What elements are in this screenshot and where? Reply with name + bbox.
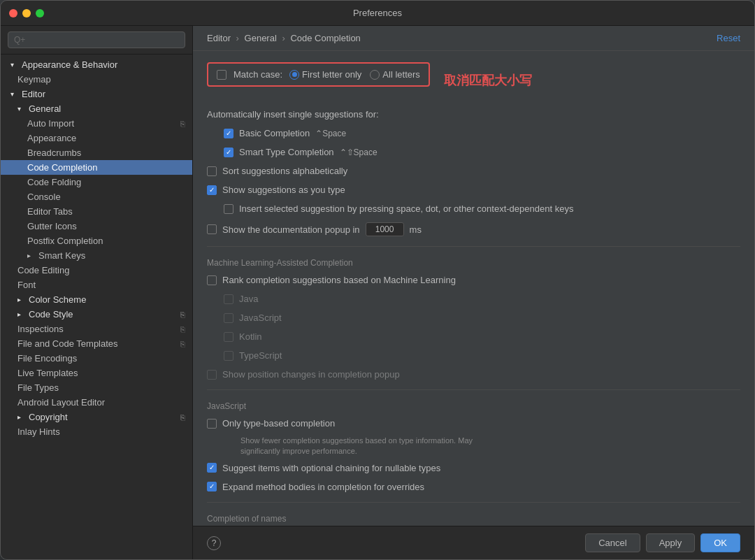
ml-rank-row: Rank completion suggestions based on Mac… (207, 273, 740, 287)
smart-completion-row: Smart Type Completion ⌃⇧Space (207, 145, 740, 159)
copy-icon: ⎘ (180, 413, 185, 422)
sidebar-item-file-encodings[interactable]: File Encodings (1, 351, 192, 366)
match-case-checkbox[interactable] (217, 70, 226, 80)
sidebar-item-android-layout-editor[interactable]: Android Layout Editor (1, 395, 192, 410)
sidebar-item-inlay-hints[interactable]: Inlay Hints (1, 424, 192, 439)
smart-completion-label: Smart Type Completion (239, 147, 334, 157)
sidebar-item-color-scheme[interactable]: ▸ Color Scheme (1, 292, 192, 307)
sidebar-item-console[interactable]: Console (1, 189, 192, 204)
search-box (1, 26, 192, 55)
sidebar-item-editor-tabs[interactable]: Editor Tabs (1, 204, 192, 219)
sidebar-item-appearance-behavior[interactable]: ▾ Appearance & Behavior (1, 57, 192, 72)
sidebar-item-appearance[interactable]: Appearance (1, 131, 192, 145)
js-suggest-chaining-label: Suggest items with optional chaining for… (222, 463, 440, 473)
show-suggestions-row: Show suggestions as you type (207, 183, 740, 196)
radio-all-label: All letters (382, 69, 419, 80)
reset-button[interactable]: Reset (717, 33, 740, 43)
insert-selected-checkbox[interactable] (224, 204, 233, 214)
js-expand-bodies-label: Expand method bodies in completion for o… (222, 482, 424, 492)
sidebar-item-code-style[interactable]: ▸ Code Style ⎘ (1, 307, 192, 322)
sidebar-item-auto-import[interactable]: Auto Import ⎘ (1, 116, 192, 131)
auto-insert-label-row: Automatically insert single suggestions … (207, 108, 740, 121)
traffic-lights (9, 9, 44, 17)
show-suggestions-checkbox[interactable] (207, 185, 217, 195)
sidebar-item-smart-keys[interactable]: ▸ Smart Keys (1, 248, 192, 263)
maximize-button[interactable] (36, 9, 44, 17)
ml-kotlin-checkbox[interactable] (224, 332, 233, 342)
js-type-based-checkbox[interactable] (207, 419, 217, 429)
show-doc-popup-checkbox[interactable] (207, 224, 217, 234)
radio-first-letter[interactable]: First letter only (289, 69, 361, 80)
sidebar-item-inspections[interactable]: Inspections ⎘ (1, 322, 192, 336)
ml-javascript-row: JavaScript (207, 311, 740, 324)
match-case-row: Match case: First letter only All letter… (207, 62, 430, 87)
insert-selected-label: Insert selected suggestion by pressing s… (239, 203, 573, 214)
chevron-right-icon: ▸ (17, 296, 26, 303)
sidebar-item-gutter-icons[interactable]: Gutter Icons (1, 219, 192, 234)
basic-completion-shortcut: ⌃Space (315, 129, 346, 138)
sidebar-item-live-templates[interactable]: Live Templates (1, 366, 192, 380)
basic-completion-checkbox[interactable] (224, 129, 233, 138)
ml-show-position-label: Show position changes in completion popu… (222, 369, 400, 380)
cancel-button[interactable]: Cancel (585, 533, 640, 552)
preferences-window: Preferences ▾ Appearance & Behavior Keym… (0, 0, 755, 560)
copy-icon: ⎘ (180, 325, 185, 333)
help-button[interactable]: ? (207, 536, 221, 550)
sidebar-item-file-code-templates[interactable]: File and Code Templates ⎘ (1, 336, 192, 351)
sidebar-item-keymap[interactable]: Keymap (1, 72, 192, 87)
radio-first-label: First letter only (302, 69, 361, 80)
ml-rank-checkbox[interactable] (207, 275, 217, 285)
chevron-down-icon: ▾ (10, 90, 19, 98)
js-suggest-chaining-row: Suggest items with optional chaining for… (207, 461, 740, 475)
copy-icon: ⎘ (180, 340, 185, 348)
sidebar-item-file-types[interactable]: File Types (1, 380, 192, 395)
content-panel: Editor › General › Code Completion Reset… (193, 26, 754, 559)
chevron-down-icon: ▾ (10, 61, 19, 69)
sidebar-item-general[interactable]: ▾ General (1, 101, 192, 116)
js-type-based-label: Only type-based completion (222, 418, 335, 429)
ml-java-checkbox[interactable] (224, 294, 233, 304)
chevron-right-icon: ▸ (17, 413, 26, 421)
sidebar-item-postfix-completion[interactable]: Postfix Completion (1, 234, 192, 248)
ml-java-label: Java (239, 294, 258, 304)
sidebar-item-font[interactable]: Font (1, 278, 192, 292)
match-case-radio-group: First letter only All letters (289, 69, 420, 80)
close-button[interactable] (9, 9, 17, 17)
js-type-based-row: Only type-based completion (207, 417, 740, 430)
sidebar-item-code-completion[interactable]: Code Completion (1, 160, 192, 175)
ml-javascript-checkbox[interactable] (224, 313, 233, 323)
ml-typescript-checkbox[interactable] (224, 351, 233, 361)
ml-typescript-label: TypeScript (239, 350, 282, 361)
sort-alphabetically-label: Sort suggestions alphabetically (222, 166, 347, 176)
show-doc-popup-label: Show the documentation popup in (222, 224, 360, 235)
ml-javascript-label: JavaScript (239, 313, 282, 323)
sort-alphabetically-checkbox[interactable] (207, 166, 217, 176)
footer: ? Cancel Apply OK (193, 526, 754, 559)
copy-icon: ⎘ (180, 120, 185, 128)
ml-typescript-row: TypeScript (207, 349, 740, 362)
match-case-section: Match case: First letter only All letter… (207, 62, 740, 98)
ml-section-label: Machine Learning-Assisted Completion (207, 258, 740, 268)
js-type-based-description: Show fewer completion suggestions based … (207, 436, 740, 457)
radio-all-letters[interactable]: All letters (370, 69, 419, 80)
js-expand-bodies-checkbox[interactable] (207, 482, 217, 491)
doc-popup-ms-input[interactable] (366, 222, 404, 236)
ml-show-position-checkbox[interactable] (207, 370, 217, 380)
sidebar-item-code-folding[interactable]: Code Folding (1, 175, 192, 189)
sidebar-item-breadcrumbs[interactable]: Breadcrumbs (1, 145, 192, 160)
basic-completion-label: Basic Completion (239, 128, 310, 138)
breadcrumb: Editor › General › Code Completion (207, 33, 361, 43)
sidebar-item-editor[interactable]: ▾ Editor (1, 87, 192, 101)
js-suggest-chaining-checkbox[interactable] (207, 463, 217, 473)
smart-completion-checkbox[interactable] (224, 148, 233, 157)
radio-dot-all (370, 70, 380, 80)
apply-button[interactable]: Apply (646, 533, 696, 552)
sidebar-item-code-editing[interactable]: Code Editing (1, 263, 192, 278)
auto-insert-label: Automatically insert single suggestions … (207, 109, 379, 120)
search-input[interactable] (8, 31, 185, 48)
doc-popup-unit: ms (410, 224, 422, 235)
sidebar-item-copyright[interactable]: ▸ Copyright ⎘ (1, 410, 192, 424)
minimize-button[interactable] (22, 9, 31, 17)
divider-3 (207, 502, 740, 503)
ok-button[interactable]: OK (700, 533, 740, 552)
